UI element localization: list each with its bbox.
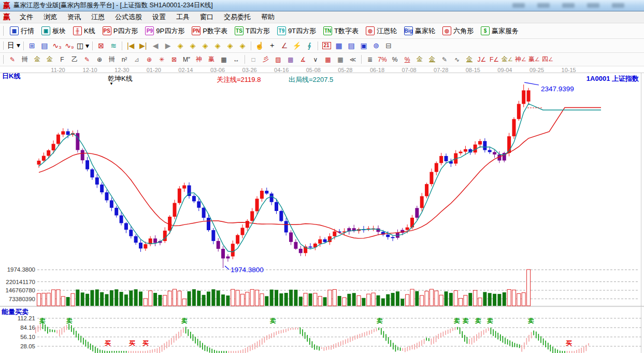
n-squared-button[interactable]: n²: [119, 54, 130, 65]
target-red-button[interactable]: ⊕: [144, 54, 155, 65]
diamond-horizontal-button[interactable]: ◈: [199, 40, 211, 51]
p-number-button[interactable]: PNP数字表: [188, 25, 231, 37]
color-volume-button[interactable]: ≋: [108, 40, 119, 51]
last-page-button[interactable]: ▶|: [137, 40, 149, 51]
price-bars-button[interactable]: ≣: [364, 54, 376, 65]
winner-service-button[interactable]: $赢家服务: [477, 25, 522, 37]
pencil-bars-button[interactable]: ✎: [439, 54, 450, 65]
menu-item-9[interactable]: 帮助: [256, 11, 280, 23]
calculator-button[interactable]: ▦: [333, 40, 345, 51]
pencil-button[interactable]: ✎: [7, 54, 18, 65]
spiral-button[interactable]: 乙: [69, 54, 80, 65]
t-square-button[interactable]: TST四方形: [231, 25, 274, 37]
box-tool-button[interactable]: □: [248, 54, 259, 65]
menu-item-0[interactable]: 文件: [15, 11, 38, 23]
multi-ray-button[interactable]: ≪: [347, 54, 359, 65]
comb-2-button[interactable]: 卌: [106, 54, 118, 65]
web-link-button[interactable]: ⊚: [370, 40, 382, 51]
shen-angle-button[interactable]: 神∠: [514, 54, 527, 65]
gold-comb-1-button[interactable]: 金: [32, 54, 43, 65]
chart-9-button[interactable]: ∿₉: [64, 40, 75, 51]
menu-item-2[interactable]: 资讯: [62, 11, 86, 23]
menu-item-4[interactable]: 公式选股: [110, 11, 147, 23]
page-next-button[interactable]: ▶: [162, 40, 174, 51]
angle-fan-button[interactable]: ⊿: [131, 54, 142, 65]
menu-item-5[interactable]: 设置: [147, 11, 171, 23]
t9-square-button[interactable]: T99T四方形: [274, 25, 320, 37]
save-button[interactable]: ▣: [358, 40, 369, 51]
a-wave-button[interactable]: ∿: [451, 54, 463, 65]
ying-angle-button[interactable]: 赢∠: [528, 54, 540, 65]
percent-7-button[interactable]: 7%: [377, 54, 388, 65]
kline-chart-canvas[interactable]: 1974.380022014117014676078073380390112.2…: [0, 66, 644, 353]
box-web-button[interactable]: ⊠: [168, 54, 180, 65]
percent-button[interactable]: %: [389, 54, 400, 65]
diamond-compress-button[interactable]: ◈: [212, 40, 223, 51]
calendar-button[interactable]: 21: [321, 40, 332, 51]
gann-wheel-button[interactable]: ◎江恩轮: [362, 25, 400, 37]
gann-comb-button[interactable]: 卌: [19, 54, 31, 65]
drag-hand-button[interactable]: ☝: [254, 40, 265, 51]
f-angle-button[interactable]: F∠: [489, 54, 500, 65]
rays-button[interactable]: 彡: [260, 54, 271, 65]
diamond-left-button[interactable]: ◈: [175, 40, 186, 51]
menu-item-1[interactable]: 浏览: [38, 11, 62, 23]
diamond-right-button[interactable]: ◈: [187, 40, 198, 51]
diamond-full-button[interactable]: ◈: [237, 40, 248, 51]
chart-3-button[interactable]: ∿₃: [51, 40, 63, 51]
j-angle-button[interactable]: J∠: [476, 54, 488, 65]
sectors-button[interactable]: ▣板块: [38, 25, 69, 37]
gold-comb-2-button[interactable]: 金: [44, 54, 55, 65]
page-prev-button[interactable]: ◀: [150, 40, 161, 51]
gold-line-2-button[interactable]: 金: [464, 54, 475, 65]
toolbar-grip[interactable]: [2, 41, 4, 50]
si-angle-button[interactable]: 四∠: [541, 54, 554, 65]
period-selector-button[interactable]: 日 ▾: [7, 40, 21, 51]
p9-square-button[interactable]: P99P四方形: [141, 25, 188, 37]
wave-tool-button[interactable]: ∮: [304, 40, 315, 51]
h-expand-button[interactable]: ↔: [231, 54, 242, 65]
kline-button[interactable]: ╫K线: [69, 25, 99, 37]
gold-circle-button[interactable]: 金: [414, 54, 425, 65]
grid-red-button[interactable]: ▦: [322, 54, 334, 65]
grid-123-button[interactable]: ▦: [218, 54, 230, 65]
menu-item-7[interactable]: 窗口: [195, 11, 219, 23]
winner-wheel-button[interactable]: Big赢家轮: [400, 25, 439, 37]
quotes-button[interactable]: ▦行情: [6, 25, 38, 37]
window-controls[interactable]: [512, 3, 624, 8]
percent-line-button[interactable]: %: [402, 54, 413, 65]
first-page-button[interactable]: |◀: [125, 40, 136, 51]
box-rays-button[interactable]: ▨: [273, 54, 284, 65]
fan-tool-button[interactable]: ∡: [297, 54, 309, 65]
m-wave-button[interactable]: M″: [181, 54, 192, 65]
wave-check-button[interactable]: ∨: [310, 54, 321, 65]
menu-item-6[interactable]: 工具: [171, 11, 195, 23]
web-box-button[interactable]: ▩: [285, 54, 296, 65]
chart-region[interactable]: 日K线 乾坤K线 ▼ 关注线=2119.8 出局线=2207.5 1A0001 …: [0, 66, 644, 353]
diamond-expand-button[interactable]: ◈: [224, 40, 236, 51]
star-web-button[interactable]: ✳: [156, 54, 167, 65]
grid-dark-button[interactable]: ▦: [335, 54, 346, 65]
gann-flash-button[interactable]: ⚡: [291, 40, 303, 51]
zoom-chart-button[interactable]: ⊞: [26, 40, 38, 51]
toolbar-grip[interactable]: [2, 26, 4, 36]
gold-angle-button[interactable]: 金∠: [501, 54, 513, 65]
notes-button[interactable]: ▤: [346, 40, 357, 51]
menu-item-8[interactable]: 交易委托: [219, 11, 256, 23]
toolbar-grip[interactable]: [2, 55, 4, 63]
menu-item-3[interactable]: 江恩: [86, 11, 110, 23]
pattern-search-button[interactable]: ⊠: [95, 40, 107, 51]
p-square-button[interactable]: PSP四方形: [99, 25, 142, 37]
angle-measure-button[interactable]: ∠: [279, 40, 290, 51]
ying-tool-button[interactable]: 赢: [206, 54, 217, 65]
candle-style-button[interactable]: ◫ ▾: [76, 40, 90, 51]
info-board-button[interactable]: ▤: [39, 40, 50, 51]
circle-360-button[interactable]: ⊕: [94, 54, 105, 65]
hexagon-button[interactable]: ◎六角形: [439, 25, 477, 37]
crosshair-button[interactable]: ＋: [266, 40, 278, 51]
gold-line-button[interactable]: 金: [426, 54, 438, 65]
f-comb-button[interactable]: F: [56, 54, 68, 65]
t-number-button[interactable]: TNT数字表: [320, 25, 362, 37]
print-button[interactable]: ⊟: [383, 40, 394, 51]
pencil-2-button[interactable]: ✎: [81, 54, 93, 65]
